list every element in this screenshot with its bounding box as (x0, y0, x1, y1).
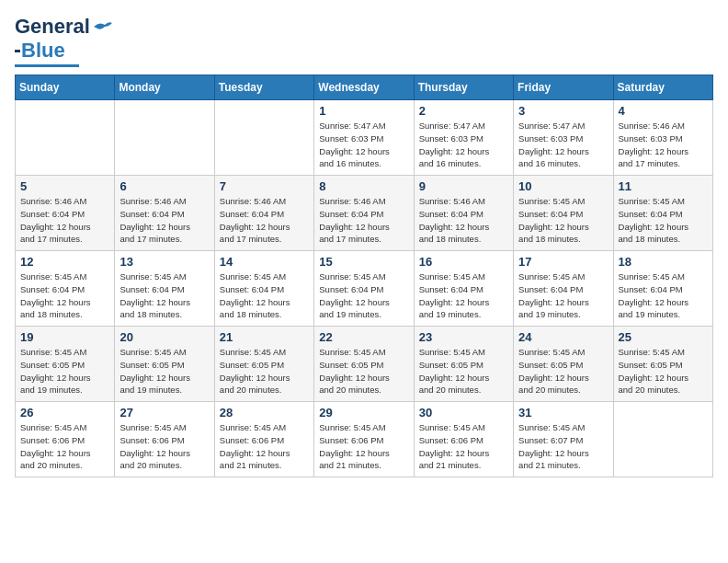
day-number: 25 (619, 330, 708, 344)
day-number: 31 (518, 406, 608, 419)
day-number: 20 (119, 330, 209, 344)
day-number: 28 (220, 406, 309, 419)
calendar-cell: 6Sunrise: 5:46 AM Sunset: 6:04 PM Daylig… (115, 176, 214, 251)
calendar-header-row: SundayMondayTuesdayWednesdayThursdayFrid… (16, 75, 713, 100)
calendar-cell: 15Sunrise: 5:45 AM Sunset: 6:04 PM Dayli… (314, 251, 414, 327)
day-info: Sunrise: 5:45 AM Sunset: 6:06 PM Dayligh… (220, 421, 309, 472)
logo-underline (15, 64, 79, 67)
day-number: 24 (518, 330, 608, 344)
calendar-cell: 11Sunrise: 5:45 AM Sunset: 6:04 PM Dayli… (613, 176, 712, 251)
day-info: Sunrise: 5:45 AM Sunset: 6:06 PM Dayligh… (319, 421, 408, 472)
calendar-cell: 4Sunrise: 5:46 AM Sunset: 6:03 PM Daylig… (613, 100, 712, 176)
day-number: 26 (20, 406, 109, 419)
day-info: Sunrise: 5:46 AM Sunset: 6:04 PM Dayligh… (20, 195, 109, 246)
calendar-week-3: 12Sunrise: 5:45 AM Sunset: 6:04 PM Dayli… (16, 251, 713, 327)
calendar-week-2: 5Sunrise: 5:46 AM Sunset: 6:04 PM Daylig… (16, 176, 713, 251)
logo-blue: Blue (21, 39, 65, 63)
day-info: Sunrise: 5:45 AM Sunset: 6:06 PM Dayligh… (20, 421, 109, 472)
calendar-week-5: 26Sunrise: 5:45 AM Sunset: 6:06 PM Dayli… (16, 402, 713, 477)
calendar-cell: 21Sunrise: 5:45 AM Sunset: 6:05 PM Dayli… (214, 327, 313, 402)
calendar-cell: 13Sunrise: 5:45 AM Sunset: 6:04 PM Dayli… (115, 251, 214, 327)
page-header: General Blue (15, 15, 713, 67)
day-info: Sunrise: 5:46 AM Sunset: 6:04 PM Dayligh… (419, 195, 508, 246)
day-number: 3 (518, 104, 608, 118)
day-info: Sunrise: 5:45 AM Sunset: 6:04 PM Dayligh… (220, 270, 309, 321)
day-number: 23 (419, 330, 508, 344)
day-info: Sunrise: 5:46 AM Sunset: 6:04 PM Dayligh… (119, 195, 209, 246)
day-number: 11 (619, 179, 708, 193)
day-number: 16 (419, 255, 508, 269)
calendar-cell (613, 402, 712, 477)
day-number: 30 (419, 406, 508, 419)
day-number: 9 (419, 179, 508, 193)
calendar-cell: 24Sunrise: 5:45 AM Sunset: 6:05 PM Dayli… (514, 327, 613, 402)
day-info: Sunrise: 5:45 AM Sunset: 6:04 PM Dayligh… (518, 270, 608, 321)
day-number: 22 (319, 330, 408, 344)
day-number: 15 (319, 255, 408, 269)
day-number: 29 (319, 406, 408, 419)
calendar-cell: 18Sunrise: 5:45 AM Sunset: 6:04 PM Dayli… (613, 251, 712, 327)
day-info: Sunrise: 5:45 AM Sunset: 6:04 PM Dayligh… (20, 270, 109, 321)
calendar-table: SundayMondayTuesdayWednesdayThursdayFrid… (15, 75, 713, 477)
day-info: Sunrise: 5:46 AM Sunset: 6:04 PM Dayligh… (220, 195, 309, 246)
weekday-header-tuesday: Tuesday (214, 75, 313, 100)
calendar-cell: 9Sunrise: 5:46 AM Sunset: 6:04 PM Daylig… (414, 176, 513, 251)
day-info: Sunrise: 5:45 AM Sunset: 6:04 PM Dayligh… (619, 195, 708, 246)
calendar-cell: 31Sunrise: 5:45 AM Sunset: 6:07 PM Dayli… (514, 402, 613, 477)
day-number: 7 (220, 179, 309, 193)
logo-bird-icon (92, 19, 112, 34)
day-info: Sunrise: 5:47 AM Sunset: 6:03 PM Dayligh… (419, 120, 508, 170)
day-info: Sunrise: 5:45 AM Sunset: 6:05 PM Dayligh… (119, 346, 209, 396)
day-number: 13 (119, 255, 209, 269)
day-info: Sunrise: 5:45 AM Sunset: 6:05 PM Dayligh… (419, 346, 508, 396)
day-info: Sunrise: 5:47 AM Sunset: 6:03 PM Dayligh… (518, 120, 608, 170)
calendar-cell: 10Sunrise: 5:45 AM Sunset: 6:04 PM Dayli… (514, 176, 613, 251)
day-info: Sunrise: 5:45 AM Sunset: 6:06 PM Dayligh… (419, 421, 508, 472)
day-number: 12 (20, 255, 109, 269)
day-number: 10 (518, 179, 608, 193)
calendar-cell (115, 100, 214, 176)
day-number: 27 (119, 406, 209, 419)
day-number: 6 (119, 179, 209, 193)
weekday-header-saturday: Saturday (613, 75, 712, 100)
day-number: 2 (419, 104, 508, 118)
calendar-cell (214, 100, 313, 176)
day-info: Sunrise: 5:45 AM Sunset: 6:06 PM Dayligh… (119, 421, 209, 472)
day-number: 14 (220, 255, 309, 269)
day-info: Sunrise: 5:45 AM Sunset: 6:04 PM Dayligh… (518, 195, 608, 246)
day-info: Sunrise: 5:45 AM Sunset: 6:04 PM Dayligh… (419, 270, 508, 321)
day-info: Sunrise: 5:45 AM Sunset: 6:05 PM Dayligh… (619, 346, 708, 396)
day-number: 18 (619, 255, 708, 269)
day-number: 19 (20, 330, 109, 344)
day-info: Sunrise: 5:45 AM Sunset: 6:05 PM Dayligh… (319, 346, 408, 396)
calendar-cell: 12Sunrise: 5:45 AM Sunset: 6:04 PM Dayli… (16, 251, 115, 327)
calendar-cell: 25Sunrise: 5:45 AM Sunset: 6:05 PM Dayli… (613, 327, 712, 402)
day-info: Sunrise: 5:45 AM Sunset: 6:04 PM Dayligh… (619, 270, 708, 321)
calendar-cell: 14Sunrise: 5:45 AM Sunset: 6:04 PM Dayli… (214, 251, 313, 327)
calendar-cell: 26Sunrise: 5:45 AM Sunset: 6:06 PM Dayli… (16, 402, 115, 477)
calendar-cell: 7Sunrise: 5:46 AM Sunset: 6:04 PM Daylig… (214, 176, 313, 251)
logo: General Blue (15, 15, 112, 67)
day-number: 1 (319, 104, 408, 118)
calendar-cell: 29Sunrise: 5:45 AM Sunset: 6:06 PM Dayli… (314, 402, 414, 477)
day-number: 5 (20, 179, 109, 193)
day-info: Sunrise: 5:45 AM Sunset: 6:05 PM Dayligh… (220, 346, 309, 396)
day-info: Sunrise: 5:45 AM Sunset: 6:04 PM Dayligh… (319, 270, 408, 321)
calendar-cell: 19Sunrise: 5:45 AM Sunset: 6:05 PM Dayli… (16, 327, 115, 402)
day-info: Sunrise: 5:46 AM Sunset: 6:04 PM Dayligh… (319, 195, 408, 246)
day-info: Sunrise: 5:46 AM Sunset: 6:03 PM Dayligh… (619, 120, 708, 170)
calendar-cell: 23Sunrise: 5:45 AM Sunset: 6:05 PM Dayli… (414, 327, 513, 402)
day-number: 21 (220, 330, 309, 344)
day-number: 4 (619, 104, 708, 118)
weekday-header-thursday: Thursday (414, 75, 513, 100)
day-info: Sunrise: 5:47 AM Sunset: 6:03 PM Dayligh… (319, 120, 408, 170)
calendar-cell: 17Sunrise: 5:45 AM Sunset: 6:04 PM Dayli… (514, 251, 613, 327)
day-number: 17 (518, 255, 608, 269)
calendar-week-1: 1Sunrise: 5:47 AM Sunset: 6:03 PM Daylig… (16, 100, 713, 176)
calendar-cell: 22Sunrise: 5:45 AM Sunset: 6:05 PM Dayli… (314, 327, 414, 402)
day-info: Sunrise: 5:45 AM Sunset: 6:04 PM Dayligh… (119, 270, 209, 321)
weekday-header-wednesday: Wednesday (314, 75, 414, 100)
logo-general: General (15, 15, 90, 39)
day-info: Sunrise: 5:45 AM Sunset: 6:05 PM Dayligh… (518, 346, 608, 396)
weekday-header-friday: Friday (514, 75, 613, 100)
